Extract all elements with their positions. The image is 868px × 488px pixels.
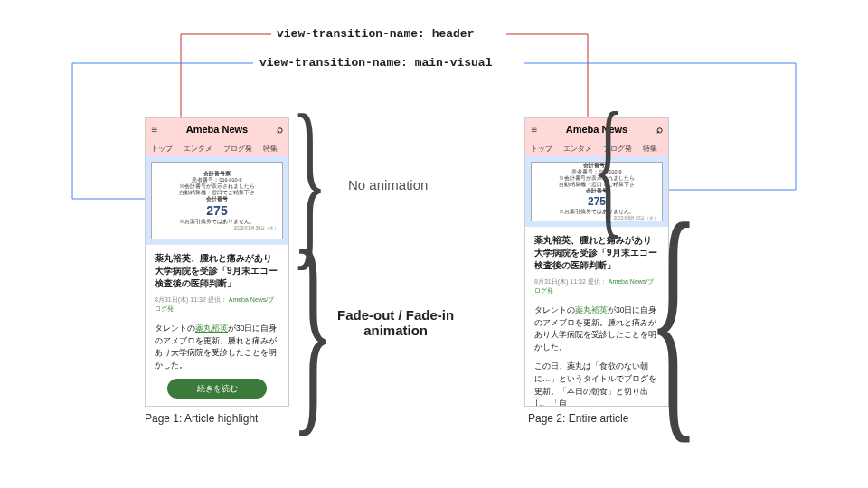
tab-top[interactable]: トップ (525, 144, 558, 154)
caption-page-1: Page 1: Article highlight (145, 412, 258, 425)
article-title: 薬丸裕英、腫れと痛みがあり大学病院を受診「9月末エコー検査後の医師判断」 (155, 252, 279, 290)
annotation-no-animation: No animation (348, 177, 428, 192)
brace-icon: } (648, 221, 700, 413)
ticket-note2: 自動精算機・窓口でご精算下さ (179, 190, 255, 196)
tab-feature[interactable]: 特集 (637, 144, 663, 154)
app-header: ≡ Ameba News ⌕ (146, 118, 288, 140)
article-meta: 8月31日(木) 11:32 提供： Ameba News/ブログ発 (155, 296, 279, 314)
main-visual: 会計番号票 患者番号：016-010-9 ※会計番号が表示されましたら 自動精算… (146, 156, 288, 245)
ticket-date: 2023年8月30日（水） (234, 225, 278, 230)
read-more-button[interactable]: 続きを読む (167, 379, 267, 399)
inline-link[interactable]: 薬丸裕英 (195, 324, 228, 333)
ticket-number: 275 (206, 203, 227, 218)
inline-link[interactable]: 薬丸裕英 (575, 305, 608, 314)
ticket-label: 会計番号 (206, 196, 228, 202)
phone-page-1: ≡ Ameba News ⌕ トップ エンタメ ブログ発 特集 会計番号票 患者… (145, 117, 289, 407)
tab-entame[interactable]: エンタメ (178, 144, 218, 154)
nav-tabs: トップ エンタメ ブログ発 特集 (146, 140, 288, 156)
search-icon[interactable]: ⌕ (277, 123, 283, 136)
ticket-note1: ※会計番号が表示されましたら (179, 183, 255, 190)
tab-feature[interactable]: 特集 (258, 144, 283, 154)
article-meta-sep: 提供： (208, 296, 227, 303)
article-body: 薬丸裕英、腫れと痛みがあり大学病院を受診「9月末エコー検査後の医師判断」 8月3… (525, 227, 668, 407)
hamburger-icon[interactable]: ≡ (531, 123, 537, 136)
search-icon[interactable]: ⌕ (656, 123, 663, 136)
article-meta-sep: 提供： (588, 278, 607, 285)
annotation-fade: Fade-out / Fade-in animation (337, 307, 454, 338)
article-para-1: タレントの薬丸裕英が30日に自身のアメブロを更新。腫れと痛みがあり大学病院を受診… (155, 323, 279, 371)
article-date: 8月31日(木) 11:32 (534, 278, 586, 285)
para-text: タレントの (155, 324, 195, 333)
brace-icon: } (291, 249, 335, 411)
tab-blog[interactable]: ブログ発 (218, 144, 258, 154)
hero-image: 会計番号票 患者番号：016-010-9 ※会計番号が表示されましたら 自動精算… (151, 162, 283, 239)
hamburger-icon[interactable]: ≡ (151, 123, 157, 136)
code-label-header: view-transition-name: header (277, 27, 474, 41)
connector-header (0, 0, 868, 488)
caption-page-2: Page 2: Entire article (528, 412, 628, 425)
ticket-title: 会計番号票 (203, 171, 231, 177)
connector-main-visual (0, 0, 868, 488)
article-para-1: タレントの薬丸裕英が30日に自身のアメブロを更新。腫れと痛みがあり大学病院を受診… (534, 305, 659, 353)
article-meta: 8月31日(木) 11:32 提供： Ameba News/ブログ発 (534, 277, 659, 296)
article-date: 8月31日(木) 11:32 (155, 296, 206, 303)
code-label-main-visual: view-transition-name: main-visual (259, 56, 492, 70)
tab-entame[interactable]: エンタメ (558, 144, 598, 154)
brace-icon: } (594, 111, 624, 221)
tab-top[interactable]: トップ (146, 144, 178, 154)
app-logo: Ameba News (186, 124, 248, 135)
ticket-note3: ※お薬引換券ではありません。 (179, 219, 255, 225)
para-text: タレントの (534, 305, 575, 314)
ticket-idline: 患者番号：016-010-9 (192, 177, 241, 183)
article-body: 薬丸裕英、腫れと痛みがあり大学病院を受診「9月末エコー検査後の医師判断」 8月3… (146, 245, 288, 406)
article-para-2: この日、薬丸は「食欲のない朝に…」というタイトルでブログを更新。「本日の朝食」と… (534, 361, 659, 407)
